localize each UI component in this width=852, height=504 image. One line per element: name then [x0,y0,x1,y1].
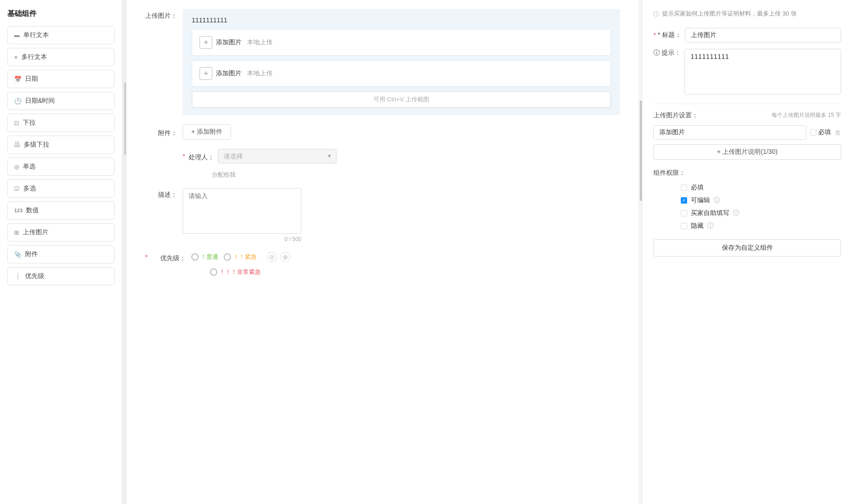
right-panel: ⓘ 提示买家如何上传图片等证明材料，最多上传 30 张 * * 标题： ⓘ 提示… [642,0,852,504]
priority-label: 优先级： [154,252,186,262]
priority-normal[interactable]: ！普通 [191,253,218,261]
upload-settings-header: 上传图片设置： 每个上传图片说明最多 15 字 [653,111,841,120]
upload-hint-text: 1111111111 [192,16,611,24]
sidebar-item-label: 日期 [25,75,38,83]
sidebar-title: 基础组件 [7,9,115,19]
priority-icon: ❕ [14,273,21,280]
hint-textarea[interactable]: 1111111111 [684,49,841,94]
priority-clear-icon[interactable]: ⊘ [267,252,277,262]
sidebar-item-checkbox[interactable]: ☑ 多选 [7,179,115,198]
title-field-row: * * 标题： [653,28,841,42]
buyer-fill-checkbox[interactable] [681,210,687,216]
dropdown-icon: ⊡ [14,120,19,126]
sidebar-item-single-line[interactable]: ▬ 单行文本 [7,26,115,44]
sidebar-item-priority[interactable]: ❕ 优先级 [7,267,115,285]
description-input[interactable] [183,188,301,234]
priority-urgent[interactable]: ！！紧急 [224,253,257,261]
priority-critical-label: ！！！非常紧急 [219,268,261,276]
panel-hint-text: 提示买家如何上传图片等证明材料，最多上传 30 张 [662,9,797,18]
editable-permission-checkbox[interactable]: ✓ [681,197,687,204]
upload-image-row: 上传图片： 1111111111 + 添加图片 本地上传 + 添加图片 本地上传… [145,9,620,115]
title-label: * * 标题： [653,31,681,39]
single-line-icon: ▬ [14,32,20,38]
editable-permission-label: 可编辑 ⓘ [691,196,720,205]
description-wrapper: 0 / 500 [183,188,301,242]
editable-permission-item: ✓ 可编辑 ⓘ [681,196,841,205]
add-image-label-1: 添加图片 [216,38,242,47]
priority-critical[interactable]: ！！！非常紧急 [210,268,620,276]
upload-item-input[interactable] [653,125,806,140]
sidebar-item-label: 单选 [23,163,36,171]
char-count: 0 / 500 [183,236,301,242]
attachment-icon: 📎 [14,251,21,258]
upload-section: 1111111111 + 添加图片 本地上传 + 添加图片 本地上传 可用 Ct… [183,9,620,115]
priority-action-icons: ⊘ ⊗ [267,252,290,262]
required-checkbox[interactable] [810,129,816,136]
handler-select[interactable]: 请选择 [218,149,337,163]
sidebar-item-upload-image[interactable]: ⊞ 上传图片 [7,223,115,242]
hint-field-row: ⓘ 提示： 1111111111 [653,49,841,94]
sidebar-item-label: 下拉 [23,119,36,127]
priority-urgent-label: ！！紧急 [233,253,257,261]
hide-info-icon: ⓘ [707,222,714,230]
sidebar-item-label: 日期&时间 [25,97,55,105]
sidebar-item-label: 附件 [25,250,38,258]
priority-row: * 优先级： ！普通 ！！紧急 ⊘ ⊗ [145,252,620,262]
assign-to-me-link[interactable]: 分配给我 [212,171,236,179]
info-icon: ⓘ [653,10,659,19]
sidebar-item-multi-line[interactable]: ≡ 多行文本 [7,48,115,66]
title-input[interactable] [685,28,841,42]
handler-row: * 处理人： 请选择 ▼ 分配给我 [145,149,620,179]
plus-icon-2: + [200,67,212,80]
date-icon: 📅 [14,76,21,83]
hide-label: 隐藏 ⓘ [691,222,714,230]
panel-hint: ⓘ 提示买家如何上传图片等证明材料，最多上传 30 张 [653,9,841,19]
priority-second-row: ！！！非常紧急 [145,268,620,276]
radio-normal[interactable] [191,253,199,261]
required-permission-label: 必填 [691,184,704,192]
add-image-button-2[interactable]: + 添加图片 本地上传 [192,60,611,87]
delete-upload-item-icon[interactable]: 🗑 [835,129,841,136]
save-custom-component-button[interactable]: 保存为自定义组件 [653,239,841,257]
sidebar-item-date[interactable]: 📅 日期 [7,70,115,88]
upload-image-icon: ⊞ [14,229,19,236]
sidebar-item-datetime[interactable]: 🕐 日期&时间 [7,92,115,110]
required-checkbox-wrapper: 必填 [810,128,831,136]
sidebar-item-multi-dropdown[interactable]: 品 多级下拉 [7,136,115,154]
buyer-fill-label: 买家自助填写 ⓘ [691,209,739,217]
handler-select-wrapper: 请选择 ▼ [218,149,337,163]
permissions-label-row: 组件权限： [653,169,841,177]
sidebar-item-dropdown[interactable]: ⊡ 下拉 [7,114,115,132]
editable-info-icon: ⓘ [714,196,720,205]
priority-delete-icon[interactable]: ⊗ [280,252,290,262]
sidebar: 基础组件 ▬ 单行文本 ≡ 多行文本 📅 日期 🕐 日期&时间 ⊡ 下拉 品 多… [0,0,122,504]
add-attachment-button[interactable]: + 添加附件 [183,124,231,140]
required-permission-checkbox[interactable] [681,184,687,191]
add-description-button[interactable]: + 上传图片说明(1/30) [653,144,841,160]
sidebar-item-attachment[interactable]: 📎 附件 [7,245,115,263]
priority-options: ！普通 ！！紧急 ⊘ ⊗ [191,252,290,262]
number-icon: 123 [14,208,22,213]
hide-permission-item: 隐藏 ⓘ [681,222,841,230]
sidebar-item-radio[interactable]: ◎ 单选 [7,158,115,176]
upload-settings-hint: 每个上传图片说明最多 15 字 [772,111,841,119]
sidebar-item-label: 多选 [23,184,36,193]
sidebar-item-label: 多行文本 [21,53,47,61]
buyer-fill-info-icon: ⓘ [733,209,739,217]
description-row: 描述： 0 / 500 [145,188,620,242]
hide-checkbox[interactable] [681,223,687,229]
sidebar-item-number[interactable]: 123 数值 [7,201,115,220]
attachment-row: 附件： + 添加附件 [145,124,620,140]
priority-required-star: * [145,253,147,261]
handler-label: 处理人： [189,151,214,162]
add-image-button-1[interactable]: + 添加图片 本地上传 [192,29,611,56]
multi-dropdown-icon: 品 [14,141,20,149]
upload-settings-section: 上传图片设置： 每个上传图片说明最多 15 字 必填 🗑 + 上传图片说明(1/… [653,104,841,160]
checkbox-icon: ☑ [14,185,20,192]
radio-urgent[interactable] [224,253,231,261]
attachment-label: 附件： [145,126,177,137]
description-label: 描述： [145,188,177,199]
sidebar-item-label: 单行文本 [23,31,49,39]
required-checkbox-label: 必填 [818,128,831,136]
radio-critical[interactable] [210,268,217,276]
